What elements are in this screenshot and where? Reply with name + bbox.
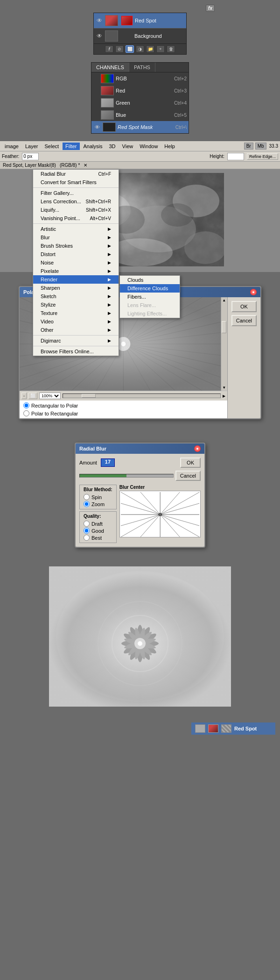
- menu-help[interactable]: Help: [161, 143, 178, 150]
- visibility-icon[interactable]: 👁: [96, 17, 103, 24]
- channel-shortcut-rgb: Ctrl+2: [174, 76, 187, 81]
- blur-center-preview[interactable]: [119, 491, 201, 537]
- amount-slider[interactable]: [79, 474, 174, 478]
- h-scrollbar[interactable]: [63, 393, 221, 398]
- filter-lens-correction[interactable]: Lens Correction... Shift+Ctrl+R: [33, 197, 119, 206]
- menu-layer[interactable]: Layer: [22, 143, 41, 150]
- render-clouds[interactable]: Clouds: [120, 276, 180, 284]
- render-fibers[interactable]: Fibers...: [120, 293, 180, 301]
- amount-label: Amount: [79, 460, 97, 465]
- filter-dropdown: Radial Blur Ctrl+F Convert for Smart Fil…: [33, 169, 119, 356]
- mask-toolbar-btn[interactable]: ⬜: [126, 45, 134, 53]
- best-option[interactable]: Best: [84, 535, 112, 541]
- menu-window[interactable]: Window: [137, 143, 161, 150]
- adjustment-toolbar-btn[interactable]: ◑: [136, 45, 144, 53]
- spin-option[interactable]: Spin: [84, 494, 112, 500]
- radial-close-btn[interactable]: ●: [194, 445, 201, 452]
- zoom-select[interactable]: 100%: [39, 393, 61, 399]
- filter-digimarc[interactable]: Digimarc ▶: [33, 336, 119, 345]
- menu-select[interactable]: Select: [42, 143, 62, 150]
- filter-stylize[interactable]: Stylize ▶: [33, 300, 119, 309]
- channels-section: CHANNELS PATHS RGB Ctrl+2 Red Ctrl+3: [0, 59, 280, 136]
- doc-close-x[interactable]: ✕: [84, 163, 87, 168]
- menu-analysis[interactable]: Analysis: [81, 143, 105, 150]
- vscroll-thumb[interactable]: [222, 321, 226, 333]
- filter-texture[interactable]: Texture ▶: [33, 309, 119, 317]
- filter-brush-strokes[interactable]: Brush Strokes ▶: [33, 242, 119, 250]
- channel-row-rgb[interactable]: RGB Ctrl+2: [91, 72, 189, 85]
- filter-radial-blur[interactable]: Radial Blur Ctrl+F: [33, 170, 119, 178]
- channel-name-green: Green: [116, 100, 174, 106]
- filter-gallery[interactable]: Filter Gallery...: [33, 189, 119, 197]
- filter-sketch[interactable]: Sketch ▶: [33, 292, 119, 300]
- radial-ok-btn[interactable]: OK: [180, 458, 201, 468]
- polar-to-rect-radio[interactable]: [23, 410, 29, 416]
- filter-browse-online[interactable]: Browse Filters Online...: [33, 347, 119, 356]
- link-toolbar-btn[interactable]: ⊘: [115, 45, 124, 53]
- render-lens-flare[interactable]: Lens Flare...: [120, 301, 180, 309]
- channel-row-green[interactable]: Green Ctrl+4: [91, 97, 189, 109]
- hscroll-thumb[interactable]: [82, 394, 96, 398]
- filter-noise[interactable]: Noise ▶: [33, 258, 119, 267]
- feather-input[interactable]: [22, 153, 39, 160]
- filter-distort[interactable]: Distort ▶: [33, 250, 119, 258]
- fx-toolbar-btn[interactable]: f: [105, 45, 113, 53]
- best-radio[interactable]: [84, 535, 90, 541]
- good-option[interactable]: Good: [84, 528, 112, 534]
- filter-sharpen[interactable]: Sharpen ▶: [33, 284, 119, 292]
- zoom-radio[interactable]: [84, 501, 90, 507]
- zoom-option[interactable]: Zoom: [84, 501, 112, 507]
- filter-liquify[interactable]: Liquify... Shift+Ctrl+X: [33, 206, 119, 214]
- group-toolbar-btn[interactable]: 📁: [146, 45, 154, 53]
- mask-visibility-icon[interactable]: 👁: [93, 123, 101, 131]
- height-input[interactable]: [227, 153, 244, 160]
- channel-row-mask[interactable]: 👁 Red Spot Mask Ctrl+\: [91, 121, 189, 133]
- doc-name: Red Spot, Layer Mask/(8): [3, 163, 56, 168]
- draft-option[interactable]: Draft: [84, 521, 112, 527]
- menu-3d[interactable]: 3D: [106, 143, 119, 150]
- menu-filter[interactable]: Filter: [63, 143, 79, 150]
- render-lighting-effects[interactable]: Lighting Effects...: [120, 309, 180, 318]
- good-radio[interactable]: [84, 528, 90, 534]
- filter-smart-filters[interactable]: Convert for Smart Filters: [33, 178, 119, 186]
- draft-radio[interactable]: [84, 521, 90, 527]
- visibility-icon-bg[interactable]: 👁: [96, 32, 103, 40]
- channel-row-red[interactable]: Red Ctrl+3: [91, 85, 189, 97]
- zoom-fit-btn[interactable]: ⬜: [28, 393, 37, 399]
- paths-tab[interactable]: PATHS: [129, 63, 155, 72]
- preview-vscrollbar[interactable]: ▲ ▼: [221, 297, 227, 391]
- channels-tab[interactable]: CHANNELS: [91, 63, 129, 72]
- polar-to-rect-option[interactable]: Polar to Rectangular: [23, 410, 224, 416]
- rect-to-polar-option[interactable]: Rectangular to Polar: [23, 402, 224, 408]
- result-section: Red Spot: [0, 562, 280, 739]
- refine-edge-btn[interactable]: Refine Edge...: [247, 153, 278, 160]
- scroll-right-btn[interactable]: ▶: [223, 394, 225, 398]
- layers-section: fx 👁 Red Spot 👁 Background: [0, 0, 280, 55]
- menu-image[interactable]: image: [2, 143, 21, 150]
- filter-artistic[interactable]: Artistic ▶: [33, 225, 119, 233]
- filter-pixelate[interactable]: Pixelate ▶: [33, 267, 119, 275]
- new-layer-btn[interactable]: +: [156, 45, 165, 53]
- channel-row-blue[interactable]: Blue Ctrl+5: [91, 109, 189, 121]
- spin-radio[interactable]: [84, 494, 90, 500]
- filter-video[interactable]: Video ▶: [33, 317, 119, 326]
- zoom-out-btn[interactable]: -: [21, 393, 27, 399]
- amount-input[interactable]: 17: [101, 458, 115, 467]
- rect-to-polar-radio[interactable]: [23, 402, 29, 408]
- render-difference-clouds[interactable]: Difference Clouds: [120, 284, 180, 293]
- polar-ok-btn[interactable]: OK: [231, 301, 257, 312]
- filter-render[interactable]: Render ▶ Clouds Difference Clouds Fibers…: [33, 275, 119, 284]
- delete-layer-btn[interactable]: 🗑: [167, 45, 175, 53]
- filter-blur[interactable]: Blur ▶: [33, 233, 119, 242]
- layer-row-background[interactable]: 👁 Background: [94, 29, 186, 43]
- polar-close-btn[interactable]: ●: [250, 289, 257, 295]
- filter-vanishing-point[interactable]: Vanishing Point... Alt+Ctrl+V: [33, 214, 119, 222]
- layer-row-redspot[interactable]: 👁 Red Spot: [94, 13, 186, 28]
- svg-point-9: [161, 203, 194, 227]
- fx-button[interactable]: fx: [206, 5, 215, 12]
- radial-cancel-btn[interactable]: Cancel: [175, 471, 201, 481]
- filter-other[interactable]: Other ▶: [33, 326, 119, 334]
- menu-view[interactable]: View: [119, 143, 136, 150]
- svg-line-54: [160, 515, 199, 526]
- polar-cancel-btn[interactable]: Cancel: [231, 315, 257, 326]
